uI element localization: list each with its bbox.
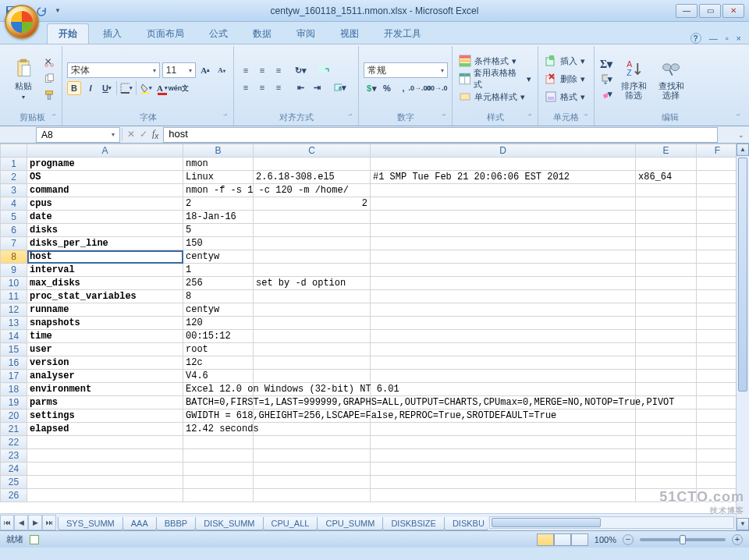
cell-D14[interactable] (371, 330, 636, 343)
cell-C13[interactable] (254, 317, 371, 330)
cell-D24[interactable] (371, 463, 636, 476)
cell-C21[interactable] (254, 423, 371, 436)
cell-F6[interactable] (697, 224, 739, 237)
format-as-table-button[interactable]: 套用表格格式 ▾ (457, 70, 533, 87)
cell-D15[interactable] (371, 343, 636, 356)
cell-A13[interactable]: snapshots (27, 317, 183, 330)
cell-B22[interactable] (183, 436, 254, 449)
formula-input[interactable]: host (163, 127, 718, 143)
align-top-icon[interactable]: ≡ (239, 63, 253, 77)
cell-A10[interactable]: max_disks (27, 277, 183, 290)
sheet-nav-prev[interactable]: ◀ (14, 515, 28, 530)
cell-D4[interactable] (371, 197, 636, 211)
ribbon-tab-6[interactable]: 视图 (329, 24, 370, 44)
name-box[interactable]: A8▾ (36, 127, 120, 143)
cell-B21[interactable]: 12.42 seconds (183, 423, 254, 436)
decrease-decimal-icon[interactable]: .00→.0 (429, 81, 443, 95)
cell-D13[interactable] (371, 317, 636, 330)
col-header-B[interactable]: B (183, 144, 254, 158)
cell-A14[interactable]: time (27, 330, 183, 343)
sheet-nav-last[interactable]: ⏭ (42, 515, 56, 530)
row-header-6[interactable]: 6 (1, 224, 27, 237)
cell-B23[interactable] (183, 449, 254, 463)
cell-A23[interactable] (27, 449, 183, 463)
cell-F5[interactable] (697, 211, 739, 224)
cell-B8[interactable]: centyw (183, 250, 254, 264)
cell-C7[interactable] (254, 237, 371, 250)
cell-C1[interactable] (254, 158, 371, 171)
cell-A3[interactable]: command (27, 184, 183, 197)
cell-E15[interactable] (636, 343, 697, 356)
cell-A25[interactable] (27, 476, 183, 489)
font-name-combo[interactable]: 宋体▾ (67, 62, 160, 78)
ribbon-tab-3[interactable]: 公式 (198, 24, 239, 44)
sheet-tab-CPU_ALL[interactable]: CPU_ALL (263, 517, 318, 530)
cell-D12[interactable] (371, 303, 636, 317)
cell-B11[interactable]: 8 (183, 290, 254, 303)
col-header-E[interactable]: E (636, 144, 697, 158)
cell-C22[interactable] (254, 436, 371, 449)
font-size-combo[interactable]: 11▾ (162, 62, 197, 78)
close-button[interactable]: ✕ (722, 4, 744, 18)
row-header-1[interactable]: 1 (1, 158, 27, 171)
sheet-tab-AAA[interactable]: AAA (122, 517, 157, 530)
copy-icon[interactable] (42, 72, 56, 86)
cell-A24[interactable] (27, 463, 183, 476)
help-icon[interactable]: ? (690, 33, 701, 44)
underline-button[interactable]: U▾ (100, 81, 114, 95)
cell-A26[interactable] (27, 489, 183, 502)
cell-E9[interactable] (636, 264, 697, 277)
row-header-26[interactable]: 26 (1, 489, 27, 502)
cell-A11[interactable]: proc_stat_variables (27, 290, 183, 303)
cell-E20[interactable] (636, 409, 697, 423)
cancel-formula-icon[interactable]: ✕ (127, 129, 135, 140)
cell-F11[interactable] (697, 290, 739, 303)
sheet-tab-SYS_SUMM[interactable]: SYS_SUMM (58, 517, 123, 530)
cell-D3[interactable] (371, 184, 636, 197)
cell-F8[interactable] (697, 250, 739, 264)
mdi-close-icon[interactable]: × (737, 34, 741, 43)
accounting-format-icon[interactable]: $▾ (364, 81, 378, 95)
row-header-17[interactable]: 17 (1, 370, 27, 383)
cell-F9[interactable] (697, 264, 739, 277)
vertical-scrollbar[interactable]: ▲ ▼ (736, 144, 749, 530)
increase-indent-icon[interactable]: ⇥ (310, 80, 324, 94)
cell-C25[interactable] (254, 476, 371, 489)
phonetic-button[interactable]: wén文 (172, 81, 186, 95)
zoom-level[interactable]: 100% (595, 535, 616, 544)
cell-C26[interactable] (254, 489, 371, 502)
cell-E3[interactable] (636, 184, 697, 197)
cell-A22[interactable] (27, 436, 183, 449)
font-color-button[interactable]: A▾ (155, 81, 169, 95)
cell-C11[interactable] (254, 290, 371, 303)
cell-B15[interactable]: root (183, 343, 254, 356)
cell-F2[interactable] (697, 171, 739, 184)
cell-A5[interactable]: date (27, 211, 183, 224)
align-middle-icon[interactable]: ≡ (255, 63, 269, 77)
cell-B6[interactable]: 5 (183, 224, 254, 237)
sheet-tab-DISKBU[interactable]: DISKBU (444, 517, 488, 530)
row-header-7[interactable]: 7 (1, 237, 27, 250)
sheet-tab-DISK_SUMM[interactable]: DISK_SUMM (195, 517, 263, 530)
cell-F15[interactable] (697, 343, 739, 356)
cell-D22[interactable] (371, 436, 636, 449)
cell-E13[interactable] (636, 317, 697, 330)
sheet-tab-DISKBSIZE[interactable]: DISKBSIZE (382, 517, 444, 530)
cell-A15[interactable]: user (27, 343, 183, 356)
row-header-16[interactable]: 16 (1, 356, 27, 370)
cell-F25[interactable] (697, 476, 739, 489)
cell-E4[interactable] (636, 197, 697, 211)
cell-F12[interactable] (697, 303, 739, 317)
wrap-text-icon[interactable] (317, 63, 331, 77)
row-header-4[interactable]: 4 (1, 197, 27, 211)
mdi-restore-icon[interactable]: ▫ (726, 34, 729, 43)
cell-E11[interactable] (636, 290, 697, 303)
cell-C14[interactable] (254, 330, 371, 343)
merge-center-icon[interactable]: a▾ (333, 80, 347, 94)
cell-F20[interactable] (697, 409, 739, 423)
cell-F17[interactable] (697, 370, 739, 383)
cell-B10[interactable]: 256 (183, 277, 254, 290)
cell-D1[interactable] (371, 158, 636, 171)
format-painter-icon[interactable] (42, 88, 56, 102)
sheet-nav-next[interactable]: ▶ (28, 515, 42, 530)
